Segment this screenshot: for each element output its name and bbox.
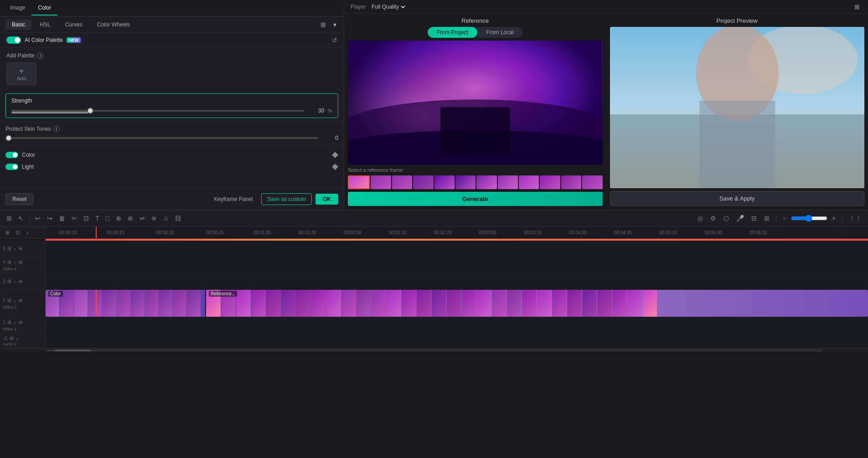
track-2-audio-icon[interactable]: ♪ (13, 298, 17, 304)
tab-color[interactable]: Color (31, 1, 57, 15)
filmstrip-item[interactable] (348, 175, 370, 189)
track-5-audio-icon[interactable]: ♪ (13, 246, 17, 252)
shield-icon[interactable]: ⬡ (721, 213, 732, 224)
mic-icon[interactable]: 🎤 (734, 213, 747, 224)
filmstrip-item[interactable] (582, 175, 602, 189)
color-diamond-icon[interactable] (332, 152, 338, 158)
delete-icon[interactable]: 🗑 (56, 213, 68, 224)
track-5-add-icon[interactable]: ⊞ (7, 245, 12, 252)
add-palette-info-icon: ℹ (37, 52, 43, 59)
track-5-eye-icon[interactable]: 👁 (18, 246, 24, 252)
color-clip[interactable]: Color (46, 290, 205, 317)
filmstrip-item[interactable] (371, 175, 391, 189)
track-more-icon[interactable]: ⊡ (13, 228, 22, 237)
sub-tab-basic[interactable]: Basic (5, 20, 31, 30)
subtitle-icon[interactable]: ⊞ (761, 213, 772, 224)
project-preview-image (610, 27, 865, 188)
sub-tab-curves[interactable]: Curves (59, 20, 89, 30)
playhead[interactable] (96, 227, 97, 238)
generate-button[interactable]: Generate (348, 192, 603, 206)
sub-tab-hsl[interactable]: HSL (33, 20, 57, 30)
reset-button[interactable]: Reset (5, 193, 33, 205)
caption-icon[interactable]: ⊟ (749, 213, 760, 224)
ok-button[interactable]: OK (315, 194, 338, 205)
audio-track-controls-1: ♪1 ⊞ ♪ Audio 1 (0, 334, 46, 348)
layout-toggle-icon[interactable]: ⊞ (319, 20, 328, 29)
track-3-eye-icon[interactable]: 👁 (18, 278, 24, 285)
refresh-button[interactable]: ↺ (332, 36, 337, 44)
effects-icon[interactable]: ≋ (149, 213, 160, 224)
split-view-icon[interactable]: ⊞ (852, 2, 862, 11)
zoom-in-icon[interactable]: + (829, 213, 838, 224)
audio-1-add-icon[interactable]: ⊞ (9, 335, 14, 342)
track-row-4: 4 ⊞ ♪ 👁 Video 4 (0, 257, 868, 273)
grid-icon[interactable]: ⊞ (4, 213, 15, 224)
track-4-add-icon[interactable]: ⊞ (7, 259, 12, 266)
filmstrip-item[interactable] (519, 175, 539, 189)
time-marker: 00:03:05 (465, 230, 510, 235)
track-3-add-icon[interactable]: ⊞ (7, 278, 12, 285)
light-toggle[interactable] (5, 164, 18, 170)
keyframe-panel-button[interactable]: Keyframe Panel (209, 194, 257, 205)
zoom-out-icon[interactable]: − (780, 213, 789, 224)
filmstrip[interactable] (348, 175, 603, 189)
settings-icon[interactable]: ⚙ (708, 213, 719, 224)
camera-icon[interactable]: ◎ (695, 213, 706, 224)
filmstrip-item[interactable] (476, 175, 496, 189)
filmstrip-item[interactable] (498, 175, 518, 189)
from-project-tab[interactable]: From Project (428, 27, 477, 38)
time-marker: 00:00:25 (190, 230, 240, 235)
protect-skin-slider[interactable] (5, 137, 318, 139)
sub-tab-color-wheels[interactable]: Color Wheels (91, 20, 136, 30)
link-icon[interactable]: ⛓ (172, 213, 184, 224)
chevron-down-icon[interactable]: ▾ (331, 20, 338, 29)
strength-slider[interactable] (11, 110, 304, 112)
filmstrip-item[interactable] (561, 175, 581, 189)
save-custom-button[interactable]: Save as custom (261, 193, 312, 205)
text-icon[interactable]: T (93, 213, 102, 224)
shape-icon[interactable]: □ (103, 213, 112, 224)
color-toggle[interactable] (5, 152, 18, 158)
track-audio-icon[interactable]: ♪ (24, 228, 31, 237)
add-track-icon[interactable]: ⊞ (3, 228, 12, 237)
undo-icon[interactable]: ↩ (32, 213, 43, 224)
tab-image[interactable]: Image (4, 1, 31, 15)
quality-select[interactable]: Full Quality (370, 3, 407, 10)
track-1-eye-icon[interactable]: 👁 (18, 319, 24, 326)
from-local-tab[interactable]: From Local (477, 27, 523, 38)
filmstrip-item[interactable] (434, 175, 455, 189)
track-row-2: 2 ⊞ ♪ 👁 Video 2 Color (0, 290, 868, 317)
audio-icon[interactable]: ♫ (160, 213, 171, 224)
ai-palette-toggle[interactable] (6, 36, 21, 44)
horizontal-scrollbar[interactable] (0, 348, 868, 352)
light-diamond-icon[interactable] (332, 164, 338, 170)
track-2-add-icon[interactable]: ⊞ (7, 297, 12, 304)
transition-icon[interactable]: ⇌ (137, 213, 148, 224)
add-palette-button[interactable]: + Add (6, 62, 36, 85)
audio-1-vol-icon[interactable]: ♪ (16, 335, 19, 342)
redo-icon[interactable]: ↪ (44, 213, 55, 224)
track-2-eye-icon[interactable]: 👁 (18, 298, 24, 304)
cut-icon[interactable]: ✂ (69, 213, 80, 224)
select-tool-icon[interactable]: ↖ (16, 213, 26, 224)
filmstrip-item[interactable] (392, 175, 412, 189)
crop-icon[interactable]: ⊡ (81, 213, 92, 224)
more-icon[interactable]: ⋮⋮ (846, 213, 864, 224)
sticker-icon[interactable]: ⊛ (125, 213, 136, 224)
track-4-eye-icon[interactable]: 👁 (18, 259, 24, 266)
filmstrip-item[interactable] (540, 175, 560, 189)
select-reference-label: Select a reference frame: (348, 167, 603, 173)
track-3-audio-icon[interactable]: ♪ (13, 278, 17, 285)
track-1-add-icon[interactable]: ⊞ (7, 319, 12, 326)
reference-clip[interactable]: Reference... (206, 290, 868, 317)
save-apply-button[interactable]: Save & Apply (610, 191, 865, 206)
zoom-slider[interactable] (791, 215, 827, 222)
track-1-audio-icon[interactable]: ♪ (13, 319, 17, 326)
media-icon[interactable]: ⊕ (113, 213, 124, 224)
filmstrip-item[interactable] (455, 175, 475, 189)
track-content-2[interactable]: Color Reference... (46, 290, 868, 317)
time-marker: 00:00:15 (91, 230, 140, 235)
filmstrip-item[interactable] (413, 175, 433, 189)
track-4-audio-icon[interactable]: ♪ (13, 259, 17, 266)
track-content-5 (46, 241, 868, 257)
